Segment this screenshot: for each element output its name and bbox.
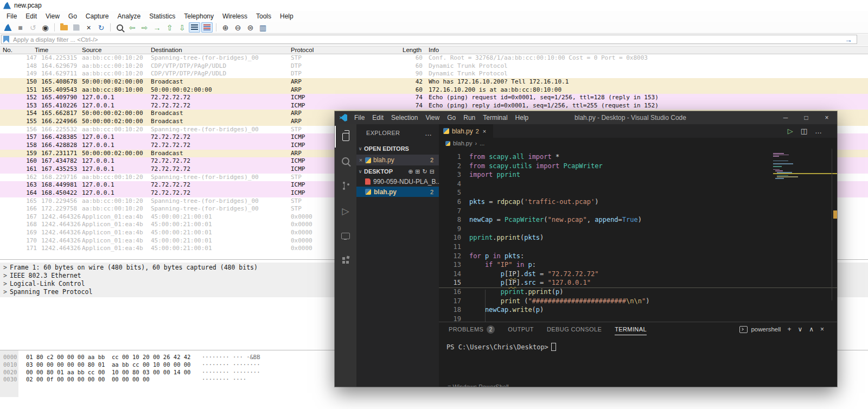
menu-analyze[interactable]: Analyze — [113, 12, 145, 20]
filter-bookmark-icon[interactable] — [3, 36, 9, 43]
go-forward-button[interactable]: ⇨ — [139, 22, 150, 33]
vscode-titlebar[interactable]: FileEditSelectionViewGoRunTerminalHelp b… — [335, 111, 837, 124]
vscode-menu-file[interactable]: File — [350, 114, 368, 122]
colorize-packets-button[interactable] — [201, 22, 213, 33]
activity-source-control[interactable] — [335, 175, 356, 197]
vscode-menu-run[interactable]: Run — [459, 114, 479, 122]
maximize-button[interactable]: □ — [796, 111, 816, 124]
shell-selector[interactable]: powershell — [739, 326, 781, 333]
menu-help[interactable]: Help — [276, 12, 298, 20]
zoom-out-button[interactable]: ⊖ — [232, 22, 244, 33]
code-line[interactable]: 5 — [439, 189, 837, 198]
terminal-content[interactable]: PS C:\Users\Chris\Desktop> — [446, 343, 556, 351]
auto-scroll-button[interactable] — [189, 22, 200, 33]
vscode-menu-edit[interactable]: Edit — [368, 114, 387, 122]
zoom-reset-button[interactable]: ⊜ — [245, 22, 256, 33]
code-line[interactable]: 14p[IP].dst = "72.72.72.72" — [439, 270, 837, 279]
menu-telephony[interactable]: Telephony — [180, 12, 218, 20]
vscode-menu-terminal[interactable]: Terminal — [479, 114, 511, 122]
new-folder-icon[interactable]: ⊞ — [415, 168, 420, 175]
open-editor-item-blah-py[interactable]: × blah.py 2 — [356, 155, 439, 165]
start-capture-button[interactable] — [2, 22, 14, 33]
open-editors-section[interactable]: ∨ OPEN EDITORS — [356, 144, 439, 154]
go-back-button[interactable]: ⇦ — [126, 22, 138, 33]
column-header-time[interactable]: Time — [35, 47, 48, 53]
column-header-src[interactable]: Source — [82, 47, 101, 53]
new-file-icon[interactable]: ⊕ — [408, 168, 413, 175]
menu-wireless[interactable]: Wireless — [218, 12, 252, 20]
packet-row[interactable]: 147164.225315aa:bb:cc:00:10:20Spanning-t… — [0, 54, 868, 62]
menu-file[interactable]: File — [2, 12, 21, 20]
apply-filter-icon[interactable]: → — [840, 36, 857, 43]
panel-tab-debug-console[interactable]: DEBUG CONSOLE — [540, 322, 608, 336]
code-line[interactable]: 9 — [439, 225, 837, 234]
vscode-menu-go[interactable]: Go — [443, 114, 459, 122]
code-line[interactable]: 7 — [439, 207, 837, 216]
find-packet-button[interactable] — [114, 22, 125, 33]
expand-chevron-icon[interactable]: > — [0, 280, 10, 288]
code-line[interactable]: 15p[IP].src = "127.0.0.1" — [439, 279, 837, 288]
column-header-proto[interactable]: Protocol — [291, 47, 314, 53]
vscode-menu-selection[interactable]: Selection — [387, 114, 422, 122]
column-header-no[interactable]: No. — [3, 47, 12, 53]
menu-capture[interactable]: Capture — [81, 12, 113, 20]
close-button[interactable]: × — [816, 111, 837, 124]
activity-remote-explorer[interactable] — [335, 225, 356, 247]
menu-tools[interactable]: Tools — [252, 12, 276, 20]
minimize-button[interactable]: ─ — [775, 111, 796, 124]
column-header-info[interactable]: Info — [429, 47, 439, 53]
split-editor-icon[interactable]: ◫ — [801, 127, 807, 135]
activity-extensions[interactable] — [335, 250, 356, 271]
packet-row[interactable]: 149164.629711aa:bb:cc:00:10:20CDP/VTP/DT… — [0, 70, 868, 78]
new-terminal-icon[interactable]: + — [787, 326, 791, 333]
code-line[interactable]: 17print ("########################\n\n") — [439, 297, 837, 306]
file-item-990-059-ndu-pla-b-[interactable]: 990-059-NDU-PLA_B... — [356, 176, 439, 187]
close-tab-icon[interactable]: × — [483, 128, 486, 135]
panel-tab-output[interactable]: OUTPUT — [501, 322, 540, 336]
panel-tab-problems[interactable]: PROBLEMS2 — [442, 322, 501, 336]
select-shell-icon[interactable]: ∨ — [797, 326, 802, 333]
go-to-top-button[interactable]: ⇧ — [164, 22, 175, 33]
menu-view[interactable]: View — [41, 12, 64, 20]
expand-chevron-icon[interactable]: > — [0, 272, 10, 280]
go-to-packet-button[interactable]: → — [151, 22, 163, 33]
code-line[interactable]: 19 — [439, 315, 837, 322]
code-line[interactable]: 10pprint.pprint(pkts) — [439, 234, 837, 243]
activity-explorer[interactable] — [335, 126, 356, 148]
display-filter-box[interactable]: → — [1, 35, 857, 44]
go-to-bottom-button[interactable]: ⇩ — [176, 22, 188, 33]
code-line[interactable]: 18newCap.write(p) — [439, 306, 837, 315]
code-line[interactable]: 13if "IP" in p: — [439, 261, 837, 270]
packet-row[interactable]: 151165.409543aa:bb:cc:80:10:0050:00:00:0… — [0, 86, 868, 94]
display-filter-input[interactable] — [12, 36, 840, 43]
code-line[interactable]: 12for p in pkts: — [439, 252, 837, 261]
refresh-explorer-icon[interactable]: ↻ — [423, 168, 427, 175]
resize-columns-button[interactable]: ▥ — [257, 22, 269, 33]
code-line[interactable]: 11 — [439, 243, 837, 252]
vscode-menu-view[interactable]: View — [422, 114, 443, 122]
code-line[interactable]: 16pprint.pprint(p) — [439, 288, 837, 297]
more-editor-actions-icon[interactable]: … — [815, 127, 822, 135]
maximize-panel-icon[interactable]: ∧ — [809, 326, 814, 333]
panel-tab-terminal[interactable]: TERMINAL — [608, 322, 653, 336]
breadcrumb-filename[interactable]: blah.py — [453, 140, 472, 146]
expand-chevron-icon[interactable]: > — [0, 264, 10, 272]
reload-file-button[interactable]: ↻ — [95, 22, 107, 33]
column-header-dst[interactable]: Destination — [151, 47, 182, 53]
stop-capture-button[interactable]: ■ — [15, 22, 26, 33]
close-file-button[interactable]: × — [83, 22, 94, 33]
zoom-in-button[interactable]: ⊕ — [220, 22, 231, 33]
menu-go[interactable]: Go — [64, 12, 81, 20]
close-panel-icon[interactable]: × — [820, 326, 824, 333]
close-editor-icon[interactable]: × — [356, 157, 365, 163]
menu-edit[interactable]: Edit — [21, 12, 41, 20]
breadcrumb-more[interactable]: ... — [480, 140, 484, 146]
activity-search[interactable] — [335, 150, 356, 172]
explorer-more-icon[interactable]: … — [425, 129, 432, 137]
packet-row[interactable]: 150165.40867850:00:00:02:00:00BroadcastA… — [0, 78, 868, 86]
tab-blah-py[interactable]: blah.py 2 × — [439, 124, 493, 138]
folder-section-desktop[interactable]: ∨ DESKTOP ⊕⊞↻⊟ — [356, 167, 439, 176]
packet-row[interactable]: 153165.410226127.0.0.172.72.72.72ICMP74E… — [0, 102, 868, 110]
run-python-file-icon[interactable]: ▷ — [788, 127, 793, 135]
minimap[interactable] — [773, 153, 815, 182]
